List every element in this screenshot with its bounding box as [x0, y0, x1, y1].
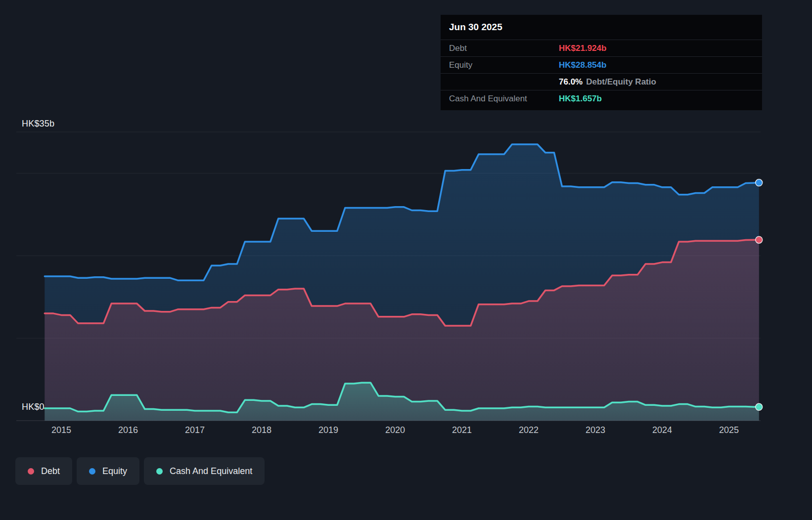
debt-dot-icon — [28, 468, 34, 475]
equity-dot-icon — [89, 468, 95, 475]
y-axis-zero-label: HK$0 — [22, 402, 45, 412]
tooltip-date: Jun 30 2025 — [441, 15, 762, 40]
x-tick-label: 2015 — [39, 425, 84, 435]
date-tooltip: Jun 30 2025 Debt HK$21.924b Equity HK$28… — [441, 15, 762, 110]
x-tick-label: 2017 — [173, 425, 217, 435]
tooltip-ratio-row: 76.0% Debt/Equity Ratio — [441, 73, 762, 90]
tooltip-equity-label: Equity — [449, 60, 559, 70]
legend-item-equity[interactable]: Equity — [77, 457, 139, 485]
tooltip-equity-row: Equity HK$28.854b — [441, 56, 762, 73]
tooltip-equity-value: HK$28.854b — [559, 60, 606, 70]
x-tick-label: 2020 — [373, 425, 417, 435]
tooltip-cash-value: HK$1.657b — [559, 94, 602, 104]
y-axis-max-label: HK$35b — [22, 119, 54, 129]
legend-equity-label: Equity — [102, 466, 127, 477]
x-tick-label: 2022 — [506, 425, 551, 435]
legend-item-debt[interactable]: Debt — [15, 457, 72, 485]
x-tick-label: 2021 — [440, 425, 484, 435]
tooltip-ratio-label: Debt/Equity Ratio — [586, 77, 656, 87]
legend-debt-label: Debt — [41, 466, 60, 477]
legend-item-cash[interactable]: Cash And Equivalent — [144, 457, 265, 485]
x-tick-label: 2018 — [239, 425, 284, 435]
cash-dot-icon — [156, 468, 163, 475]
x-tick-label: 2023 — [573, 425, 618, 435]
legend-cash-label: Cash And Equivalent — [170, 466, 252, 477]
plot-area[interactable] — [16, 132, 761, 421]
x-tick-label: 2025 — [707, 425, 751, 435]
tooltip-cash-label: Cash And Equivalent — [449, 94, 559, 104]
tooltip-cash-row: Cash And Equivalent HK$1.657b — [441, 90, 762, 107]
x-tick-label: 2016 — [106, 425, 150, 435]
tooltip-debt-label: Debt — [449, 43, 559, 53]
tooltip-debt-row: Debt HK$21.924b — [441, 40, 762, 56]
tooltip-ratio-value: 76.0% — [559, 77, 583, 87]
tooltip-debt-value: HK$21.924b — [559, 43, 606, 53]
debt-equity-history-chart: HK$35b HK$0 2015201620172018201920202021… — [0, 0, 812, 520]
legend: Debt Equity Cash And Equivalent — [15, 457, 265, 485]
x-axis-labels: 2015201620172018201920202021202220232024… — [0, 425, 812, 437]
x-tick-label: 2024 — [640, 425, 684, 435]
x-tick-label: 2019 — [306, 425, 351, 435]
